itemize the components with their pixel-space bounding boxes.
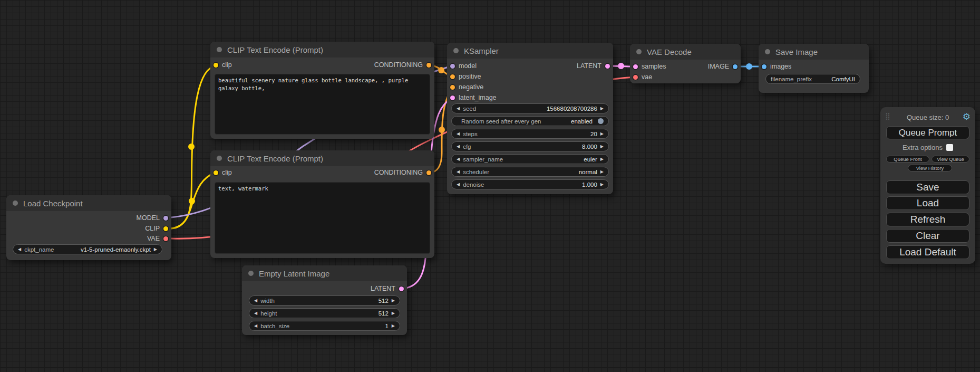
denoise-widget[interactable]: ◀ denoise 1.000 ▶ (451, 179, 609, 189)
save-button[interactable]: Save (886, 180, 969, 194)
node-title: Save Image (775, 47, 818, 56)
queue-prompt-button[interactable]: Queue Prompt (886, 126, 969, 139)
decrement-arrow-icon[interactable]: ◀ (457, 132, 460, 136)
decrement-arrow-icon[interactable]: ◀ (254, 324, 257, 328)
image-port-dot[interactable] (733, 64, 738, 69)
node-title-bar[interactable]: CLIP Text Encode (Prompt) (210, 150, 434, 166)
node-title-bar[interactable]: Save Image (759, 44, 869, 60)
collapse-dot-icon[interactable] (765, 49, 770, 54)
conditioning-port-dot[interactable] (426, 170, 431, 175)
wire-midpoint-dot (618, 63, 624, 69)
clear-button[interactable]: Clear (886, 229, 969, 243)
image-port-dot[interactable] (762, 64, 766, 69)
increment-arrow-icon[interactable]: ▶ (154, 247, 157, 252)
clip-port-dot[interactable] (163, 226, 168, 231)
node-title-bar[interactable]: VAE Decode (630, 44, 741, 60)
output-slot-conditioning: CONDITIONING (374, 167, 431, 178)
refresh-button[interactable]: Refresh (886, 213, 969, 226)
node-empty-latent-image[interactable]: Empty Latent Image LATENT ◀ width 512 ▶ … (242, 265, 407, 335)
positive-prompt-textarea[interactable]: beautiful scenery nature glass bottle la… (215, 74, 430, 135)
latent-port-dot[interactable] (633, 64, 638, 69)
settings-gear-icon[interactable]: ⚙ (963, 111, 971, 123)
node-clip-text-encode-negative[interactable]: CLIP Text Encode (Prompt) clip CONDITION… (210, 150, 434, 258)
clip-port-dot[interactable] (214, 170, 218, 175)
increment-arrow-icon[interactable]: ▶ (600, 157, 604, 161)
node-title-bar[interactable]: KSampler (447, 43, 613, 59)
increment-arrow-icon[interactable]: ▶ (600, 183, 604, 187)
increment-arrow-icon[interactable]: ▶ (600, 132, 604, 136)
decrement-arrow-icon[interactable]: ◀ (457, 183, 460, 187)
vae-port-dot[interactable] (163, 236, 168, 241)
widget-value: normal (579, 169, 597, 175)
node-vae-decode[interactable]: VAE Decode samples vae IMAGE (630, 44, 741, 83)
node-title-bar[interactable]: Load Checkpoint (6, 195, 171, 211)
node-clip-text-encode-positive[interactable]: CLIP Text Encode (Prompt) clip CONDITION… (210, 42, 434, 139)
input-slot-images: images (762, 61, 791, 72)
queue-front-button[interactable]: Queue Front (886, 156, 929, 163)
collapse-dot-icon[interactable] (453, 48, 459, 53)
input-slot-vae: vae (633, 72, 652, 82)
filename-prefix-widget[interactable]: filename_prefix ComfyUI (765, 74, 860, 84)
output-label: LATENT (371, 285, 395, 292)
toggle-dot-icon[interactable] (598, 118, 604, 124)
input-label: model (459, 62, 477, 70)
node-title-bar[interactable]: CLIP Text Encode (Prompt) (210, 42, 434, 58)
decrement-arrow-icon[interactable]: ◀ (457, 170, 460, 174)
negative-prompt-textarea[interactable]: text, watermark (215, 182, 430, 254)
latent-port-dot[interactable] (605, 64, 610, 69)
node-save-image[interactable]: Save Image images filename_prefix ComfyU… (759, 44, 869, 93)
collapse-dot-icon[interactable] (13, 201, 18, 206)
model-port-dot[interactable] (450, 64, 455, 69)
scheduler-widget[interactable]: ◀ scheduler normal ▶ (451, 167, 609, 177)
collapse-dot-icon[interactable] (248, 271, 254, 276)
node-ksampler[interactable]: KSampler model positive negative latent_… (447, 43, 613, 194)
node-title-bar[interactable]: Empty Latent Image (242, 265, 407, 281)
conditioning-port-dot[interactable] (426, 63, 431, 68)
latent-port-dot[interactable] (399, 287, 404, 291)
increment-arrow-icon[interactable]: ▶ (392, 311, 395, 316)
latent-port-dot[interactable] (450, 96, 455, 100)
conditioning-port-dot[interactable] (450, 74, 455, 79)
increment-arrow-icon[interactable]: ▶ (600, 107, 604, 111)
vae-port-dot[interactable] (633, 75, 638, 80)
ckpt-name-widget[interactable]: ◀ ckpt_name v1-5-pruned-emaonly.ckpt ▶ (13, 244, 162, 254)
wire-midpoint-dot (746, 63, 752, 70)
comfyui-canvas[interactable]: { "colors": { "model": "#b39ddb", "clip"… (0, 0, 980, 372)
collapse-dot-icon[interactable] (217, 47, 222, 52)
increment-arrow-icon[interactable]: ▶ (600, 145, 604, 149)
conditioning-port-dot[interactable] (450, 85, 455, 90)
extra-options-checkbox[interactable] (946, 144, 953, 151)
node-title: KSampler (464, 46, 499, 55)
width-widget[interactable]: ◀ width 512 ▶ (249, 295, 400, 306)
increment-arrow-icon[interactable]: ▶ (600, 170, 604, 174)
height-widget[interactable]: ◀ height 512 ▶ (249, 308, 400, 318)
clip-port-dot[interactable] (214, 63, 218, 68)
seed-widget[interactable]: ◀ seed 156680208700286 ▶ (451, 103, 609, 113)
decrement-arrow-icon[interactable]: ◀ (254, 299, 257, 303)
cfg-widget[interactable]: ◀ cfg 8.000 ▶ (451, 141, 609, 151)
decrement-arrow-icon[interactable]: ◀ (457, 157, 460, 161)
increment-arrow-icon[interactable]: ▶ (392, 299, 395, 303)
decrement-arrow-icon[interactable]: ◀ (18, 247, 21, 252)
model-port-dot[interactable] (163, 216, 168, 221)
view-history-button[interactable]: View History (908, 165, 952, 171)
drag-handle-icon[interactable]: ⣿ (885, 112, 890, 120)
widget-value: 8.000 (582, 144, 597, 150)
output-slot-latent: LATENT (371, 283, 404, 294)
decrement-arrow-icon[interactable]: ◀ (457, 145, 460, 149)
view-queue-button[interactable]: View Queue (932, 156, 969, 163)
steps-widget[interactable]: ◀ steps 20 ▶ (451, 129, 609, 139)
widget-value: ComfyUI (831, 76, 855, 82)
batch-size-widget[interactable]: ◀ batch_size 1 ▶ (249, 321, 400, 331)
load-button[interactable]: Load (886, 196, 969, 210)
random-seed-toggle-widget[interactable]: Random seed after every gen enabled (451, 116, 609, 126)
widget-label: seed (463, 106, 476, 112)
sampler-name-widget[interactable]: ◀ sampler_name euler ▶ (451, 154, 609, 164)
collapse-dot-icon[interactable] (636, 49, 642, 54)
increment-arrow-icon[interactable]: ▶ (392, 324, 395, 328)
load-default-button[interactable]: Load Default (886, 245, 969, 259)
collapse-dot-icon[interactable] (217, 156, 222, 161)
node-load-checkpoint[interactable]: Load Checkpoint MODEL CLIP VAE ◀ ckpt_na… (6, 195, 171, 260)
decrement-arrow-icon[interactable]: ◀ (457, 107, 460, 111)
decrement-arrow-icon[interactable]: ◀ (254, 311, 257, 316)
